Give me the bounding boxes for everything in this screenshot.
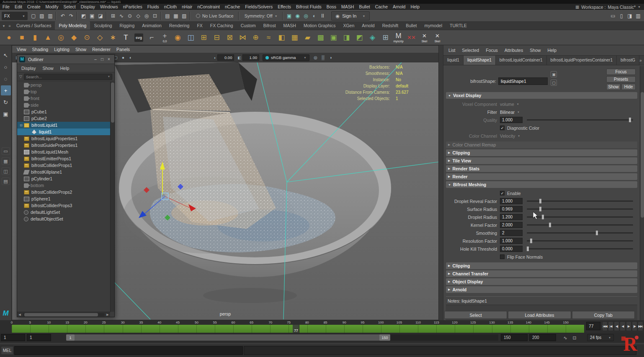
select-tool[interactable]: ↖: [1, 50, 11, 60]
shelf-sculpt-icon[interactable]: ◩: [353, 31, 366, 44]
outliner-item[interactable]: liquid1: [17, 128, 110, 135]
exposure-field[interactable]: ◐ 0.00: [214, 54, 234, 61]
shelf-tab[interactable]: Poly Modeling: [55, 21, 90, 30]
shelf-combine-icon[interactable]: ◉: [171, 31, 184, 44]
select-object-icon[interactable]: ▣: [88, 12, 96, 20]
viewport-menu-item[interactable]: Show: [72, 47, 89, 52]
voxel-component-dropdown[interactable]: volume ▼: [500, 102, 519, 107]
exposure-toggle-icon[interactable]: ◑: [327, 54, 335, 61]
frame-tick-label[interactable]: 70: [268, 321, 272, 324]
shelf-super-shape-icon[interactable]: ∗: [106, 31, 119, 44]
select-hierarchy-icon[interactable]: ◩: [80, 12, 88, 20]
range-track[interactable]: 1 150: [66, 334, 498, 341]
snap-view-plane-icon[interactable]: ◎: [142, 12, 151, 20]
pin-icon[interactable]: ▣: [551, 71, 557, 77]
divider[interactable]: [160, 12, 162, 20]
new-scene-icon[interactable]: ▢: [29, 12, 38, 20]
playback-range-bar[interactable]: 1 150: [66, 334, 390, 341]
hide-button[interactable]: Hide: [621, 84, 636, 90]
ae-section-header[interactable]: ▶ Arnold: [446, 286, 637, 293]
scale-tool[interactable]: ▣: [1, 109, 11, 119]
paint-select-tool[interactable]: ◌: [1, 74, 11, 84]
textured-mode-icon[interactable]: ◐: [127, 54, 134, 61]
menu-item[interactable]: Display: [78, 4, 98, 10]
outliner-item[interactable]: bifrostGuideProperties1: [17, 142, 110, 149]
go-to-start-button[interactable]: |◀◀: [602, 321, 608, 331]
menu-item[interactable]: Modify: [43, 4, 61, 10]
command-language-button[interactable]: MEL: [1, 346, 13, 355]
shelf-booleans-icon[interactable]: ◫: [184, 31, 197, 44]
attribute-editor-scrollbar[interactable]: [640, 66, 644, 320]
shelf-tab[interactable]: Animation: [138, 21, 165, 30]
shelf-tab[interactable]: XGen: [339, 21, 358, 30]
value-input[interactable]: 1.200: [500, 214, 523, 220]
ae-section-header[interactable]: ▶ Clipping: [446, 262, 637, 269]
menu-item[interactable]: MASH: [339, 4, 356, 10]
divider[interactable]: [77, 12, 78, 20]
frame-tick-label[interactable]: 0: [11, 321, 13, 324]
output-connections-icon[interactable]: ▦: [172, 12, 180, 20]
menu-item[interactable]: nParticles: [121, 4, 145, 10]
step-forward-key-button[interactable]: |▶: [632, 321, 637, 331]
menu-item[interactable]: Cache: [373, 4, 390, 10]
value-slider[interactable]: [527, 239, 633, 243]
menu-item[interactable]: Windows: [98, 4, 121, 10]
shelf-tab[interactable]: Bifrost: [260, 21, 280, 30]
frame-tick-label[interactable]: 65: [250, 321, 253, 324]
ae-section-header-voxel-display[interactable]: ▼ Voxel Display: [446, 92, 637, 99]
shelf-platonic-solid-icon[interactable]: ◇: [93, 31, 106, 44]
shelf-poly-sphere-icon[interactable]: ●: [3, 31, 15, 44]
shelf-myscript-icon[interactable]: M myscrip: [392, 31, 405, 44]
minimize-icon[interactable]: –: [92, 57, 99, 62]
filter-icon[interactable]: ▽: [19, 74, 22, 79]
scroll-left-icon[interactable]: ◀: [17, 313, 22, 316]
shelf-poly-cube-icon[interactable]: ■: [15, 31, 28, 44]
menu-item[interactable]: Bifrost Fluids: [294, 4, 324, 10]
shelf-relax-icon[interactable]: ◨: [340, 31, 353, 44]
menu-item[interactable]: Effects: [275, 4, 294, 10]
ae-section-header[interactable]: ▶ Clipping: [446, 149, 637, 156]
scrollbar-track[interactable]: [23, 313, 105, 316]
redo-icon[interactable]: ↷: [67, 12, 75, 20]
frame-tick-label[interactable]: 115: [434, 321, 439, 324]
node-tab[interactable]: bifrostLiquidPropertiesContainer1: [547, 56, 617, 65]
viewport-menu-item[interactable]: View: [14, 47, 29, 52]
outliner-item[interactable]: persp: [17, 82, 110, 88]
outliner-menu-item[interactable]: Display: [18, 66, 39, 71]
frame-tick-label[interactable]: 110: [415, 321, 421, 324]
select-component-icon[interactable]: ◪: [96, 12, 105, 20]
shelf-options-icon[interactable]: ≡: [7, 22, 13, 30]
live-surface-indicator[interactable]: No Live Surface: [193, 13, 237, 18]
rotate-tool[interactable]: ↻: [1, 97, 11, 107]
scrollbar-thumb[interactable]: [111, 82, 114, 123]
open-scene-icon[interactable]: ▨: [38, 12, 46, 20]
shelf-tab[interactable]: mymodel: [420, 21, 446, 30]
outliner-item[interactable]: bifrostColliderProps2: [17, 189, 110, 195]
shelf-make-live-icon[interactable]: ▣: [327, 31, 340, 44]
menu-item[interactable]: Fluids: [145, 4, 162, 10]
persp-outliner-layout[interactable]: ◫: [2, 167, 10, 175]
shelf-poly-cone-icon[interactable]: ▲: [41, 31, 54, 44]
copy-tab-button[interactable]: Copy Tab: [572, 311, 635, 319]
attribute-editor-menu-item[interactable]: Attributes: [501, 48, 526, 53]
command-input[interactable]: [14, 346, 243, 355]
list-icon[interactable]: ▢: [551, 80, 557, 86]
tab-overflow-icon[interactable]: »: [639, 58, 642, 63]
frame-tick-label[interactable]: 25: [102, 321, 106, 324]
shelf-tab[interactable]: Rendering: [165, 21, 193, 30]
cached-frames-bar[interactable]: 77: [12, 325, 584, 333]
frame-tick-label[interactable]: 135: [507, 321, 513, 324]
ae-section-header[interactable]: ▶ Render Stats: [446, 165, 637, 172]
outliner-item[interactable]: side: [17, 102, 110, 108]
value-input[interactable]: 0.000: [500, 246, 523, 252]
frame-tick-label[interactable]: 105: [397, 321, 402, 324]
move-tool[interactable]: +: [1, 85, 11, 95]
shelf-tab[interactable]: Bullet: [402, 21, 420, 30]
frame-tick-label[interactable]: 140: [526, 321, 531, 324]
attribute-editor-toggle-icon[interactable]: ◨: [626, 12, 634, 20]
menu-item[interactable]: Boss: [324, 4, 339, 10]
shelf-multicut-icon[interactable]: ⋈: [236, 31, 249, 44]
focus-button[interactable]: Focus: [606, 69, 636, 75]
frame-tick-label[interactable]: 20: [84, 321, 88, 324]
outliner-item[interactable]: defaultObjectSet: [17, 216, 110, 222]
